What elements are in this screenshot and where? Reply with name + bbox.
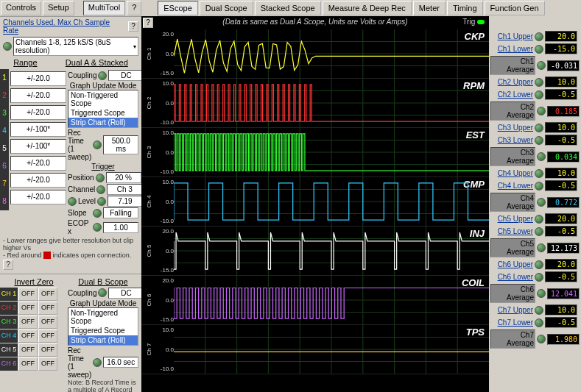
zero-off-button[interactable]: OFF: [38, 302, 57, 315]
stat-lower-knob[interactable]: [535, 273, 543, 282]
duala-coupling-value[interactable]: DC: [108, 70, 144, 81]
stat-avg-knob[interactable]: [537, 152, 546, 161]
duala-level-knob[interactable]: [68, 197, 77, 206]
duala-rectime-knob[interactable]: [93, 140, 102, 149]
stat-avg-label[interactable]: Ch3 Average: [490, 147, 535, 166]
stat-lower-knob[interactable]: [535, 182, 543, 190]
stat-upper-knob[interactable]: [535, 169, 543, 178]
stat-lower-knob[interactable]: [535, 227, 543, 236]
stat-avg-label[interactable]: Ch5 Average: [490, 238, 535, 257]
stat-avg-knob[interactable]: [537, 335, 546, 343]
dualb-coupling-knob[interactable]: [98, 288, 107, 297]
stat-upper-knob[interactable]: [535, 32, 543, 41]
duala-mode-option[interactable]: Non-Triggered Scope: [68, 90, 138, 108]
stat-lower-knob[interactable]: [535, 136, 543, 145]
invert-off-button[interactable]: OFF: [18, 329, 38, 343]
dualb-mode-option[interactable]: Triggered Scope: [68, 326, 138, 335]
zero-off-button[interactable]: OFF: [38, 288, 57, 301]
stat-upper-label[interactable]: Ch4 Upper: [490, 169, 533, 177]
duala-ecop-knob[interactable]: [93, 223, 102, 232]
multitool-button[interactable]: MultiTool: [83, 1, 125, 15]
stat-upper-label[interactable]: Ch6 Upper: [490, 260, 533, 268]
stat-lower-label[interactable]: Ch1 Lower: [490, 45, 533, 53]
range-select[interactable]: +/-20.0: [10, 88, 66, 103]
dualb-rectime-knob[interactable]: [93, 358, 102, 367]
tab-dualscope[interactable]: Dual Scope: [200, 1, 253, 15]
duala-position-knob[interactable]: [96, 174, 105, 182]
duala-mode-list[interactable]: Non-Triggered ScopeTriggered ScopeStrip …: [68, 90, 138, 128]
duala-level-value[interactable]: 7.19: [108, 196, 143, 207]
duala-ecop-value[interactable]: 1.00: [103, 222, 138, 233]
stat-upper-label[interactable]: Ch7 Upper: [490, 306, 533, 314]
stat-upper-label[interactable]: Ch5 Upper: [490, 215, 533, 223]
range-select[interactable]: +/-20.0: [10, 71, 66, 86]
stat-upper-label[interactable]: Ch2 Upper: [490, 78, 533, 86]
zero-off-button[interactable]: OFF: [38, 329, 57, 343]
dualb-rectime-value[interactable]: 16.0 sec: [103, 357, 138, 368]
duala-channel-knob[interactable]: [96, 185, 105, 194]
stat-avg-label[interactable]: Ch6 Average: [490, 284, 535, 303]
dualb-mode-option[interactable]: Strip Chart (Roll): [68, 335, 138, 345]
stat-avg-label[interactable]: Ch7 Average: [490, 329, 535, 349]
duala-level-knob2[interactable]: [97, 197, 106, 206]
stat-lower-knob[interactable]: [535, 90, 543, 99]
dualb-mode-option[interactable]: Non-Triggered Scope: [68, 308, 138, 326]
zero-off-button[interactable]: OFF: [38, 343, 57, 357]
zero-off-button[interactable]: OFF: [38, 357, 57, 371]
stat-avg-knob[interactable]: [537, 243, 546, 252]
channels-help-icon[interactable]: ?: [128, 21, 138, 32]
tab-measure[interactable]: Measure & Deep Rec: [323, 1, 412, 15]
tab-timing[interactable]: Timing: [447, 1, 483, 15]
stat-upper-knob[interactable]: [535, 306, 543, 315]
range-select[interactable]: +/-100*: [10, 122, 66, 137]
duala-mode-option[interactable]: Triggered Scope: [68, 108, 138, 118]
stat-upper-label[interactable]: Ch1 Upper: [490, 32, 533, 40]
stat-lower-label[interactable]: Ch3 Lower: [490, 136, 533, 144]
range-select[interactable]: +/-20.0: [10, 173, 66, 188]
tab-meter[interactable]: Meter: [413, 1, 446, 15]
stat-avg-knob[interactable]: [537, 198, 546, 207]
range-select[interactable]: +/-100*: [10, 139, 66, 154]
zero-off-button[interactable]: OFF: [38, 316, 57, 329]
note-help-icon[interactable]: ?: [3, 260, 13, 270]
tab-funcgen[interactable]: Function Gen: [485, 1, 545, 15]
stat-lower-knob[interactable]: [535, 318, 543, 327]
stat-avg-label[interactable]: Ch4 Average: [490, 193, 535, 212]
duala-rectime-value[interactable]: 500.0 ms: [103, 135, 138, 154]
duala-position-value[interactable]: 20 %: [106, 172, 141, 183]
stat-avg-label[interactable]: Ch1 Average: [490, 56, 535, 75]
stat-upper-knob[interactable]: [535, 215, 543, 224]
channels-knob[interactable]: [3, 42, 12, 51]
invert-off-button[interactable]: OFF: [18, 288, 38, 301]
stat-avg-label[interactable]: Ch2 Average: [490, 101, 535, 121]
invert-off-button[interactable]: OFF: [18, 316, 38, 329]
stat-upper-knob[interactable]: [535, 260, 543, 269]
stat-lower-knob[interactable]: [535, 45, 543, 54]
stat-upper-knob[interactable]: [535, 124, 543, 132]
tab-escope[interactable]: EScope: [158, 1, 198, 15]
help-button[interactable]: ?: [127, 1, 141, 15]
tab-stackedscope[interactable]: Stacked Scope: [255, 1, 321, 15]
stat-lower-label[interactable]: Ch4 Lower: [490, 182, 533, 190]
stat-upper-label[interactable]: Ch3 Upper: [490, 124, 533, 132]
dualb-mode-list[interactable]: Non-Triggered ScopeTriggered ScopeStrip …: [68, 307, 138, 346]
stat-lower-label[interactable]: Ch2 Lower: [490, 90, 533, 99]
duala-coupling-knob[interactable]: [98, 71, 107, 80]
range-select[interactable]: +/-20.0: [10, 105, 66, 120]
stat-avg-knob[interactable]: [537, 61, 546, 70]
range-select[interactable]: +/-20.0: [10, 190, 66, 204]
setup-button[interactable]: Setup: [43, 1, 74, 15]
channels-used-link[interactable]: Channels Used, Max Ch Sample Rate: [3, 18, 127, 35]
duala-slope-value[interactable]: Falling: [103, 207, 138, 218]
duala-slope-knob[interactable]: [93, 209, 102, 218]
stat-upper-knob[interactable]: [535, 78, 543, 87]
invert-off-button[interactable]: OFF: [18, 302, 38, 315]
duala-mode-option[interactable]: Strip Chart (Roll): [68, 118, 138, 127]
stat-lower-label[interactable]: Ch6 Lower: [490, 273, 533, 281]
invert-off-button[interactable]: OFF: [18, 343, 38, 357]
channels-dropdown[interactable]: Channels 1-8, 125 kS/S (8uS resolution): [13, 37, 138, 56]
stat-avg-knob[interactable]: [537, 289, 546, 298]
range-select[interactable]: +/-20.0: [10, 156, 66, 171]
stat-lower-label[interactable]: Ch5 Lower: [490, 227, 533, 235]
controls-button[interactable]: Controls: [1, 1, 41, 15]
